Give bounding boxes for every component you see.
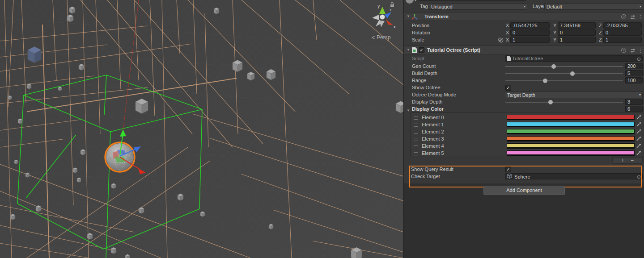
gen-count-row: Gen Count 200 <box>404 63 644 70</box>
layer-dropdown[interactable]: Default ▾ <box>544 3 643 10</box>
presets-icon[interactable] <box>630 48 636 53</box>
rotation-y-field[interactable]: 0 <box>558 29 596 36</box>
tag-value: Untagged <box>431 4 453 9</box>
eyedropper-icon[interactable] <box>636 129 641 134</box>
components-area: ▾ Tag Untagged ▾ Layer Default ▾ ▼ <box>404 0 644 184</box>
help-icon[interactable]: ? <box>621 14 626 19</box>
element-row[interactable]: Element 5 <box>404 150 644 157</box>
drag-handle-icon[interactable] <box>414 124 418 127</box>
display-depth-row: Display Depth 3 <box>404 99 644 106</box>
tag-dropdown[interactable]: Untagged ▾ <box>429 3 527 10</box>
drag-handle-icon[interactable] <box>414 131 418 134</box>
component-enabled-checkbox[interactable]: ✓ <box>419 47 424 53</box>
element-row[interactable]: Element 1 <box>404 121 644 129</box>
scale-z-field[interactable]: 1 <box>603 37 642 43</box>
position-y-field[interactable]: 7.345169 <box>558 22 596 29</box>
octree-script-header[interactable]: ▼ ✓ Tutorial Octree (Script) ? ⋮ <box>404 46 644 54</box>
display-depth-value-field[interactable]: 3 <box>625 99 643 105</box>
element-row[interactable]: Element 0 <box>404 114 644 121</box>
drag-handle-icon[interactable] <box>414 117 418 120</box>
drag-handle-icon[interactable] <box>414 145 418 148</box>
eyedropper-icon[interactable] <box>636 122 641 127</box>
build-depth-value-field[interactable]: 5 <box>625 70 643 76</box>
range-slider[interactable] <box>505 80 623 81</box>
svg-text:Persp: Persp <box>377 34 391 41</box>
rotation-z-field[interactable]: 0 <box>603 29 642 36</box>
element-row[interactable]: Element 4 <box>404 143 644 150</box>
element-label: Element 2 <box>422 129 444 135</box>
unity-editor-window: y z x Persp ▾ Tag Untagged ▾ <box>0 0 644 258</box>
slider-knob[interactable] <box>543 79 547 83</box>
color-swatch[interactable] <box>507 150 635 156</box>
layer-label: Layer <box>533 3 545 10</box>
drag-handle-icon[interactable] <box>414 138 418 141</box>
script-row: Script TutorialOctree ⊙ <box>404 55 644 62</box>
array-size-field[interactable]: 6 <box>625 106 643 112</box>
element-label: Element 3 <box>422 136 444 142</box>
array-add-remove-box: +− <box>612 157 643 164</box>
color-swatch[interactable] <box>507 136 635 141</box>
color-swatch[interactable] <box>507 129 635 134</box>
z-axis-label: Z <box>599 22 602 29</box>
transform-header[interactable]: ▼ Transform ? ⋮ <box>404 12 644 21</box>
build-depth-slider[interactable] <box>505 73 623 74</box>
add-component-button[interactable]: Add Component <box>483 186 565 195</box>
scene-view[interactable]: y z x Persp <box>0 0 403 258</box>
transform-title: Transform <box>424 13 449 20</box>
help-icon[interactable]: ? <box>621 48 626 53</box>
annotation-highlight-rect <box>409 166 642 187</box>
color-swatch[interactable] <box>507 143 635 149</box>
element-row[interactable]: Element 2 <box>404 129 644 136</box>
presets-icon[interactable] <box>630 14 636 20</box>
show-octree-label: Show Octree <box>412 84 441 91</box>
gen-count-slider[interactable] <box>505 66 623 67</box>
color-swatch[interactable] <box>507 122 635 127</box>
drag-handle-icon[interactable] <box>414 152 418 155</box>
gizmo-center-ball[interactable] <box>380 15 385 20</box>
gen-count-label: Gen Count <box>412 63 436 70</box>
slider-knob[interactable] <box>548 100 553 104</box>
element-label: Element 1 <box>422 121 444 128</box>
eyedropper-icon[interactable] <box>636 143 641 149</box>
script-object-field[interactable]: TutorialOctree ⊙ <box>505 55 643 62</box>
range-value-field[interactable]: 100 <box>625 77 643 83</box>
gizmo-x-label: x <box>394 25 396 29</box>
eyedropper-icon[interactable] <box>636 150 641 156</box>
foldout-icon[interactable]: ▼ <box>407 107 410 115</box>
position-x-field[interactable]: -0.5447125 <box>510 22 550 29</box>
scale-row: Scale X 1 Y 1 Z 1 <box>404 37 644 44</box>
gameobject-icon-caret[interactable]: ▾ <box>415 0 416 2</box>
array-remove-button[interactable]: − <box>627 158 637 163</box>
array-add-button[interactable]: + <box>618 158 627 163</box>
element-row[interactable]: Element 3 <box>404 136 644 143</box>
position-label: Position <box>412 22 429 29</box>
rotation-x-field[interactable]: 0 <box>510 29 550 36</box>
position-z-field[interactable]: -2.033765 <box>603 22 642 29</box>
object-picker-icon[interactable]: ⊙ <box>637 56 641 62</box>
more-menu-icon[interactable]: ⋮ <box>638 13 643 21</box>
name-field-partial[interactable] <box>419 0 526 1</box>
element-label: Element 4 <box>422 143 444 150</box>
layer-value: Default <box>547 4 562 9</box>
debug-mode-label: Octree Debug Mode <box>412 92 456 98</box>
chevron-down-icon: ▾ <box>640 4 641 10</box>
alpha-bar <box>507 119 634 120</box>
eyedropper-icon[interactable] <box>636 136 641 141</box>
y-axis-label: Y <box>553 37 556 43</box>
foldout-icon[interactable]: ▼ <box>407 12 410 21</box>
gen-count-value-field[interactable]: 200 <box>625 63 643 69</box>
color-swatch[interactable] <box>507 115 635 120</box>
link-icon[interactable] <box>498 37 504 43</box>
display-depth-slider[interactable] <box>505 102 623 103</box>
slider-knob[interactable] <box>551 64 556 69</box>
more-menu-icon[interactable]: ⋮ <box>638 46 643 54</box>
foldout-icon[interactable]: ▼ <box>407 46 410 54</box>
scale-x-field[interactable]: 1 <box>510 37 550 43</box>
scale-y-field[interactable]: 1 <box>558 37 596 43</box>
show-octree-checkbox[interactable]: ✓ <box>505 85 511 91</box>
script-value: TutorialOctree <box>512 56 543 61</box>
alpha-bar <box>507 126 634 127</box>
debug-mode-dropdown[interactable]: Target Depth ▾ <box>505 92 643 98</box>
eyedropper-icon[interactable] <box>636 115 641 120</box>
slider-knob[interactable] <box>570 71 575 76</box>
